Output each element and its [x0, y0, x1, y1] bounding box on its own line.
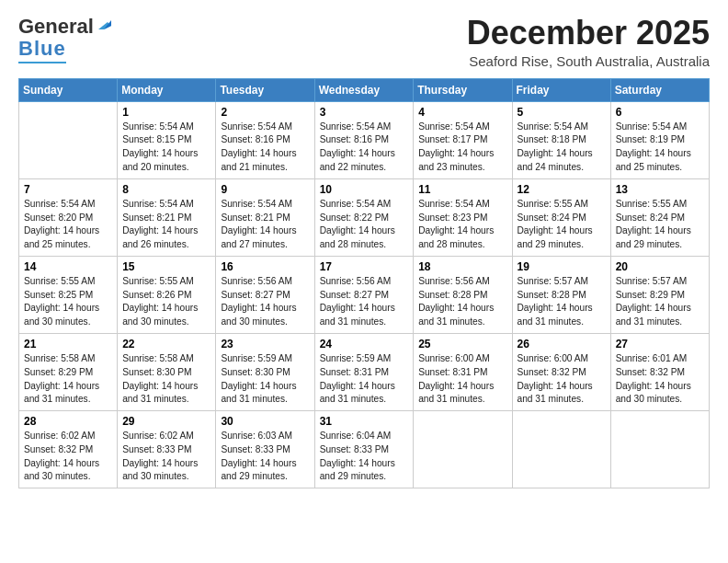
calendar-row: 28Sunrise: 6:02 AM Sunset: 8:32 PM Dayli… — [19, 411, 710, 488]
day-number: 30 — [221, 415, 309, 428]
table-row — [610, 411, 709, 488]
table-row: 28Sunrise: 6:02 AM Sunset: 8:32 PM Dayli… — [19, 411, 118, 488]
calendar-row: 14Sunrise: 5:55 AM Sunset: 8:25 PM Dayli… — [19, 256, 710, 333]
day-info: Sunrise: 5:55 AM Sunset: 8:26 PM Dayligh… — [122, 275, 210, 329]
day-info: Sunrise: 5:57 AM Sunset: 8:29 PM Dayligh… — [616, 275, 704, 329]
day-number: 14 — [24, 260, 112, 273]
day-info: Sunrise: 6:03 AM Sunset: 8:33 PM Dayligh… — [221, 430, 309, 484]
logo-general-text: General — [18, 15, 94, 39]
table-row: 4Sunrise: 5:54 AM Sunset: 8:17 PM Daylig… — [414, 101, 512, 178]
table-row: 13Sunrise: 5:55 AM Sunset: 8:24 PM Dayli… — [610, 178, 709, 256]
table-row: 7Sunrise: 5:54 AM Sunset: 8:20 PM Daylig… — [19, 178, 118, 256]
logo-blue-text: Blue — [18, 37, 66, 61]
day-info: Sunrise: 5:55 AM Sunset: 8:24 PM Dayligh… — [616, 198, 704, 252]
day-number: 26 — [518, 338, 606, 350]
day-info: Sunrise: 5:54 AM Sunset: 8:22 PM Dayligh… — [320, 198, 409, 252]
table-row: 19Sunrise: 5:57 AM Sunset: 8:28 PM Dayli… — [512, 256, 610, 333]
day-info: Sunrise: 5:57 AM Sunset: 8:28 PM Dayligh… — [518, 275, 606, 329]
day-info: Sunrise: 5:59 AM Sunset: 8:30 PM Dayligh… — [221, 352, 309, 407]
day-number: 6 — [616, 106, 704, 119]
day-number: 2 — [221, 106, 309, 119]
title-block: December 2025 Seaford Rise, South Austra… — [467, 15, 710, 69]
day-number: 18 — [418, 260, 506, 273]
day-number: 23 — [221, 338, 309, 350]
day-number: 29 — [122, 415, 210, 428]
day-info: Sunrise: 5:54 AM Sunset: 8:16 PM Dayligh… — [221, 121, 309, 175]
day-info: Sunrise: 5:54 AM Sunset: 8:17 PM Dayligh… — [418, 121, 506, 175]
calendar-row: 7Sunrise: 5:54 AM Sunset: 8:20 PM Daylig… — [19, 178, 710, 256]
header-sunday: Sunday — [19, 78, 118, 101]
day-info: Sunrise: 5:54 AM Sunset: 8:21 PM Dayligh… — [221, 198, 309, 252]
day-info: Sunrise: 6:04 AM Sunset: 8:33 PM Dayligh… — [320, 430, 409, 484]
table-row: 8Sunrise: 5:54 AM Sunset: 8:21 PM Daylig… — [118, 178, 216, 256]
day-info: Sunrise: 5:54 AM Sunset: 8:18 PM Dayligh… — [518, 121, 606, 175]
table-row: 30Sunrise: 6:03 AM Sunset: 8:33 PM Dayli… — [216, 411, 314, 488]
day-info: Sunrise: 5:56 AM Sunset: 8:28 PM Dayligh… — [418, 275, 506, 329]
day-number: 7 — [24, 183, 112, 196]
day-info: Sunrise: 6:02 AM Sunset: 8:32 PM Dayligh… — [24, 430, 112, 484]
day-info: Sunrise: 5:58 AM Sunset: 8:30 PM Dayligh… — [122, 352, 210, 407]
table-row: 17Sunrise: 5:56 AM Sunset: 8:27 PM Dayli… — [314, 256, 414, 333]
day-number: 5 — [518, 106, 606, 119]
day-number: 3 — [320, 106, 409, 119]
header-saturday: Saturday — [610, 78, 709, 101]
day-number: 24 — [320, 338, 409, 350]
calendar-header-row: Sunday Monday Tuesday Wednesday Thursday… — [19, 78, 710, 101]
table-row: 11Sunrise: 5:54 AM Sunset: 8:23 PM Dayli… — [414, 178, 512, 256]
table-row: 14Sunrise: 5:55 AM Sunset: 8:25 PM Dayli… — [19, 256, 118, 333]
day-info: Sunrise: 6:00 AM Sunset: 8:31 PM Dayligh… — [418, 352, 506, 407]
month-title: December 2025 — [467, 15, 710, 52]
day-number: 13 — [616, 183, 704, 196]
day-info: Sunrise: 5:54 AM Sunset: 8:16 PM Dayligh… — [320, 121, 409, 175]
location-title: Seaford Rise, South Australia, Australia — [467, 53, 710, 69]
logo-underline — [18, 62, 66, 63]
table-row: 25Sunrise: 6:00 AM Sunset: 8:31 PM Dayli… — [414, 333, 512, 410]
header-wednesday: Wednesday — [314, 78, 414, 101]
table-row: 15Sunrise: 5:55 AM Sunset: 8:26 PM Dayli… — [118, 256, 216, 333]
table-row: 24Sunrise: 5:59 AM Sunset: 8:31 PM Dayli… — [314, 333, 414, 410]
day-number: 27 — [616, 338, 704, 350]
table-row: 26Sunrise: 6:00 AM Sunset: 8:32 PM Dayli… — [512, 333, 610, 410]
table-row: 5Sunrise: 5:54 AM Sunset: 8:18 PM Daylig… — [512, 101, 610, 178]
header-tuesday: Tuesday — [216, 78, 314, 101]
day-info: Sunrise: 5:55 AM Sunset: 8:24 PM Dayligh… — [518, 198, 606, 252]
day-number: 8 — [122, 183, 210, 196]
table-row: 3Sunrise: 5:54 AM Sunset: 8:16 PM Daylig… — [314, 101, 414, 178]
day-info: Sunrise: 5:54 AM Sunset: 8:20 PM Dayligh… — [24, 198, 112, 252]
day-number: 9 — [221, 183, 309, 196]
logo-bird-icon — [95, 17, 111, 33]
day-number: 11 — [418, 183, 506, 196]
table-row: 22Sunrise: 5:58 AM Sunset: 8:30 PM Dayli… — [118, 333, 216, 410]
table-row: 9Sunrise: 5:54 AM Sunset: 8:21 PM Daylig… — [216, 178, 314, 256]
day-number: 28 — [24, 415, 112, 428]
day-number: 1 — [122, 106, 210, 119]
day-number: 20 — [616, 260, 704, 273]
header-friday: Friday — [512, 78, 610, 101]
day-number: 22 — [122, 338, 210, 350]
table-row: 2Sunrise: 5:54 AM Sunset: 8:16 PM Daylig… — [216, 101, 314, 178]
day-info: Sunrise: 6:02 AM Sunset: 8:33 PM Dayligh… — [122, 430, 210, 484]
table-row: 18Sunrise: 5:56 AM Sunset: 8:28 PM Dayli… — [414, 256, 512, 333]
day-number: 31 — [320, 415, 409, 428]
day-info: Sunrise: 5:54 AM Sunset: 8:15 PM Dayligh… — [122, 121, 210, 175]
table-row: 16Sunrise: 5:56 AM Sunset: 8:27 PM Dayli… — [216, 256, 314, 333]
table-row — [414, 411, 512, 488]
table-row — [512, 411, 610, 488]
day-info: Sunrise: 6:00 AM Sunset: 8:32 PM Dayligh… — [518, 352, 606, 407]
table-row: 23Sunrise: 5:59 AM Sunset: 8:30 PM Dayli… — [216, 333, 314, 410]
table-row: 29Sunrise: 6:02 AM Sunset: 8:33 PM Dayli… — [118, 411, 216, 488]
header-monday: Monday — [118, 78, 216, 101]
day-number: 19 — [518, 260, 606, 273]
table-row: 31Sunrise: 6:04 AM Sunset: 8:33 PM Dayli… — [314, 411, 414, 488]
table-row: 20Sunrise: 5:57 AM Sunset: 8:29 PM Dayli… — [610, 256, 709, 333]
day-info: Sunrise: 5:55 AM Sunset: 8:25 PM Dayligh… — [24, 275, 112, 329]
calendar-row: 1Sunrise: 5:54 AM Sunset: 8:15 PM Daylig… — [19, 101, 710, 178]
day-info: Sunrise: 5:54 AM Sunset: 8:23 PM Dayligh… — [418, 198, 506, 252]
day-number: 17 — [320, 260, 409, 273]
day-number: 4 — [418, 106, 506, 119]
day-info: Sunrise: 5:54 AM Sunset: 8:19 PM Dayligh… — [616, 121, 704, 175]
table-row: 10Sunrise: 5:54 AM Sunset: 8:22 PM Dayli… — [314, 178, 414, 256]
logo: General Blue — [18, 15, 111, 63]
day-number: 12 — [518, 183, 606, 196]
day-info: Sunrise: 5:58 AM Sunset: 8:29 PM Dayligh… — [24, 352, 112, 407]
